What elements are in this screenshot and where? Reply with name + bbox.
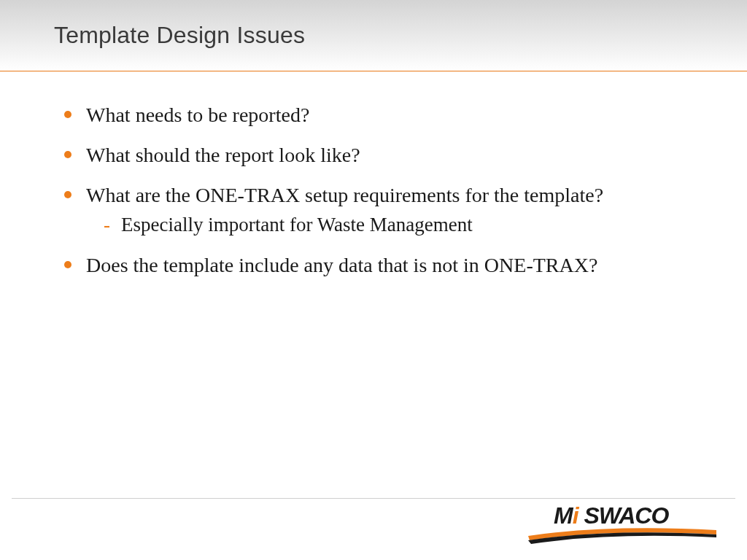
slide-header: Template Design Issues bbox=[0, 0, 747, 71]
mi-swaco-logo: Mi SWACO bbox=[528, 505, 718, 545]
footer-divider bbox=[12, 498, 735, 499]
sub-bullet-list: Especially important for Waste Managemen… bbox=[86, 212, 689, 238]
slide-title: Template Design Issues bbox=[54, 22, 305, 49]
bullet-text: What needs to be reported? bbox=[86, 104, 309, 126]
slide: Template Design Issues What needs to be … bbox=[0, 0, 747, 560]
bullet-text: What are the ONE-TRAX setup requirements… bbox=[86, 184, 603, 206]
logo-swoosh-icon bbox=[528, 523, 718, 545]
list-item: What should the report look like? bbox=[58, 142, 689, 168]
sub-list-item: Especially important for Waste Managemen… bbox=[86, 212, 689, 238]
list-item: What needs to be reported? bbox=[58, 102, 689, 128]
list-item: Does the template include any data that … bbox=[58, 252, 689, 278]
bullet-text: What should the report look like? bbox=[86, 144, 360, 166]
sub-bullet-text: Especially important for Waste Managemen… bbox=[121, 214, 473, 236]
slide-content: What needs to be reported? What should t… bbox=[58, 102, 689, 292]
list-item: What are the ONE-TRAX setup requirements… bbox=[58, 182, 689, 238]
bullet-list: What needs to be reported? What should t… bbox=[58, 102, 689, 278]
bullet-text: Does the template include any data that … bbox=[86, 254, 597, 276]
